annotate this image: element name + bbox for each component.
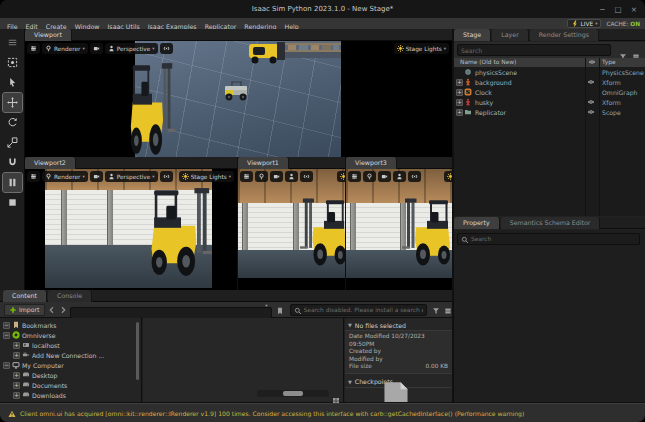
expand-toggle[interactable]: + xyxy=(456,79,463,86)
pause-button[interactable] xyxy=(3,173,22,192)
name-column-header[interactable]: Name (Old to New) xyxy=(454,59,516,65)
sliders-button[interactable] xyxy=(27,171,40,182)
bookmark-button[interactable] xyxy=(276,300,284,319)
stop-button[interactable] xyxy=(3,193,22,212)
thumbnail-size-slider[interactable] xyxy=(257,390,329,397)
slider-handle[interactable] xyxy=(283,391,303,396)
expand-toggle[interactable]: − xyxy=(3,332,10,339)
file-grid-pane[interactable] xyxy=(143,318,344,402)
forward-button[interactable] xyxy=(59,305,70,313)
expand-toggle[interactable]: + xyxy=(456,109,463,116)
expand-toggle[interactable]: + xyxy=(456,89,463,96)
tree-item-pictures[interactable]: +Pictures xyxy=(0,400,141,402)
tree-item-documents[interactable]: +Documents xyxy=(0,380,141,390)
stage-tab-render-settings[interactable]: Render Settings xyxy=(530,29,599,41)
person-button[interactable] xyxy=(285,171,298,182)
audio-button[interactable] xyxy=(408,171,421,182)
stage-tab-layer[interactable]: Layer xyxy=(492,29,529,41)
tab-viewport2[interactable]: Viewport2 xyxy=(25,157,76,169)
select-tool[interactable] xyxy=(3,53,22,72)
person-button[interactable]: Perspective▾ xyxy=(105,43,158,54)
tab-viewport1[interactable]: Viewport1 xyxy=(238,157,289,169)
stage-table-header[interactable]: Name (Old to New) Type xyxy=(454,58,645,67)
sun-button[interactable] xyxy=(444,171,452,182)
expand-toggle[interactable]: + xyxy=(13,392,20,399)
bulb-button[interactable] xyxy=(255,171,268,182)
grid-view-icon[interactable] xyxy=(332,390,340,398)
audio-button[interactable] xyxy=(300,171,313,182)
content-tab-content[interactable]: Content xyxy=(3,290,47,302)
expand-toggle[interactable]: + xyxy=(13,402,20,403)
path-input[interactable] xyxy=(70,307,272,319)
stage-tab-stage[interactable]: Stage xyxy=(454,29,491,41)
expand-toggle[interactable]: − xyxy=(3,322,10,329)
scale-tool[interactable] xyxy=(3,133,22,152)
maximize-button[interactable]: □ xyxy=(615,5,622,14)
rotate-tool[interactable] xyxy=(3,113,22,132)
content-search-input[interactable] xyxy=(304,307,423,313)
bulb-button[interactable]: Renderer▾ xyxy=(42,171,88,182)
back-button[interactable] xyxy=(45,305,59,313)
property-tab-property[interactable]: Property xyxy=(454,217,500,229)
viewport2-scene[interactable]: Renderer▾Perspective▾ Stage Lights▾ xyxy=(25,169,237,290)
type-column-header[interactable]: Type xyxy=(602,58,616,67)
toolbar-grip-handle[interactable] xyxy=(3,33,22,52)
stage-row[interactable]: +ReplicatorScope xyxy=(454,107,645,117)
property-search[interactable] xyxy=(457,233,640,245)
stage-row[interactable]: +huskyXform xyxy=(454,97,645,107)
viewport3-scene[interactable] xyxy=(346,169,452,290)
no-files-header[interactable]: ▼No files selected xyxy=(345,320,452,331)
person-button[interactable]: Perspective▾ xyxy=(105,171,158,182)
visibility-column-icon[interactable] xyxy=(588,58,596,67)
expand-toggle[interactable]: + xyxy=(13,342,20,349)
audio-button[interactable] xyxy=(160,43,173,54)
tree-item-desktop[interactable]: +Desktop xyxy=(0,370,141,380)
tab-viewport[interactable]: Viewport xyxy=(25,29,72,41)
bulb-button[interactable] xyxy=(363,171,376,182)
stage-search-input[interactable] xyxy=(457,44,611,56)
live-button[interactable]: LIVE▾ xyxy=(567,19,602,28)
expand-toggle[interactable]: + xyxy=(13,372,20,379)
expand-toggle[interactable]: + xyxy=(13,382,20,389)
stage-row[interactable]: physicsScenePhysicsScene xyxy=(454,67,645,77)
stage-row[interactable]: +ClockOmniGraph xyxy=(454,87,645,97)
viewport-main-scene[interactable]: Renderer▾Perspective▾ Stage Lights▾ xyxy=(25,41,452,157)
visibility-eye-icon[interactable] xyxy=(587,108,597,116)
camera-button[interactable] xyxy=(90,43,103,54)
expand-toggle[interactable]: − xyxy=(3,362,10,369)
sun-button[interactable] xyxy=(337,171,345,182)
sun-button[interactable]: Stage Lights▾ xyxy=(179,171,234,182)
tree-item-my-computer[interactable]: −My Computer xyxy=(0,360,141,370)
close-button[interactable]: × xyxy=(631,5,637,14)
expand-toggle[interactable]: + xyxy=(456,99,463,106)
minimize-button[interactable]: − xyxy=(599,5,605,14)
tab-viewport3[interactable]: Viewport3 xyxy=(346,157,397,169)
camera-button[interactable] xyxy=(378,171,391,182)
audio-button[interactable] xyxy=(160,171,173,182)
tree-item-add-new-connection[interactable]: +Add New Connection ... xyxy=(0,350,141,360)
tree-scrollbar[interactable] xyxy=(136,322,139,380)
caret-down-icon[interactable]: ▾ xyxy=(265,303,267,308)
tree-item-downloads[interactable]: +Downloads xyxy=(0,390,141,400)
tree-item-bookmarks[interactable]: −Bookmarks xyxy=(0,320,141,330)
move-tool[interactable] xyxy=(3,93,22,112)
sliders-button[interactable] xyxy=(240,171,253,182)
stage-row[interactable]: +backgroundXform xyxy=(454,77,645,87)
bulb-button[interactable]: Renderer▾ xyxy=(42,43,88,54)
snap-tool[interactable] xyxy=(3,153,22,172)
filter-icon[interactable] xyxy=(432,300,440,319)
sun-button[interactable]: Stage Lights▾ xyxy=(394,43,449,54)
person-button[interactable] xyxy=(393,171,406,182)
visibility-eye-icon[interactable] xyxy=(587,78,597,86)
expand-toggle[interactable]: + xyxy=(13,352,20,359)
cursor-tool[interactable] xyxy=(3,73,22,92)
sliders-button[interactable] xyxy=(27,43,40,54)
tree-item-localhost[interactable]: +localhost xyxy=(0,340,141,350)
visibility-eye-icon[interactable] xyxy=(587,98,597,106)
camera-button[interactable] xyxy=(90,171,103,182)
sliders-button[interactable] xyxy=(348,171,361,182)
viewport1-scene[interactable] xyxy=(238,169,345,290)
property-tab-semantics-schema-editor[interactable]: Semantics Schema Editor xyxy=(501,217,601,229)
import-button[interactable]: Import xyxy=(4,304,45,316)
property-search-input[interactable] xyxy=(471,236,636,242)
